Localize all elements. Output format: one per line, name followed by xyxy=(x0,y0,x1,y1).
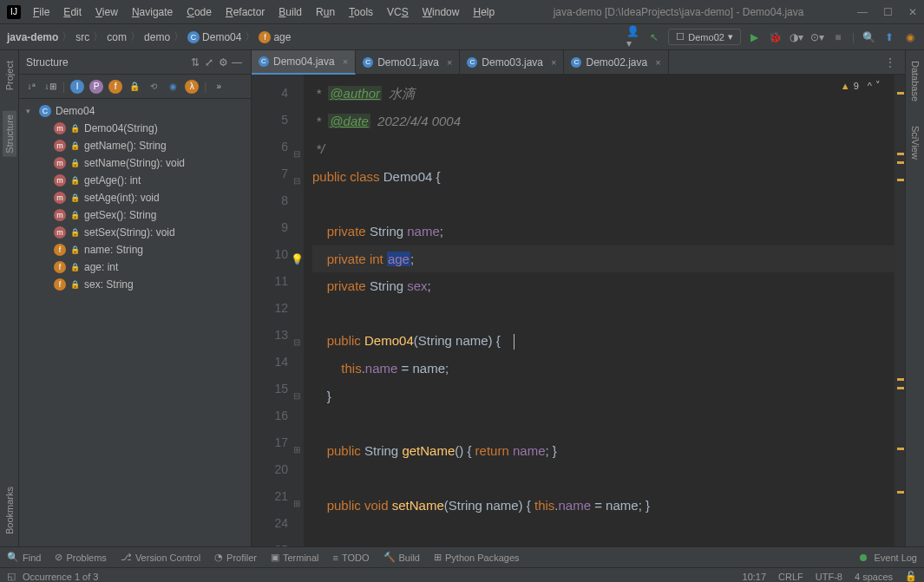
maximize-icon[interactable]: ☐ xyxy=(883,6,893,18)
filter-lock-icon[interactable]: 🔒 xyxy=(128,80,141,94)
tree-member[interactable]: f🔒age: int xyxy=(19,258,251,276)
sidetab-structure[interactable]: Structure xyxy=(3,111,16,157)
editor-tab[interactable]: CDemo03.java× xyxy=(460,50,564,75)
hammer-icon[interactable]: ↖ xyxy=(647,30,661,44)
tree-member[interactable]: m🔒getName(): String xyxy=(19,137,251,154)
fold-icon[interactable]: ⊟ xyxy=(293,167,300,194)
fold-icon[interactable]: ⊟ xyxy=(293,329,300,356)
profile-icon[interactable]: ⊙▾ xyxy=(810,30,824,44)
tree-member[interactable]: f🔒sex: String xyxy=(19,276,251,293)
filter-fields-icon[interactable]: f xyxy=(108,80,122,94)
tree-member[interactable]: m🔒getAge(): int xyxy=(19,172,251,189)
status-window-icon[interactable]: ◱ xyxy=(7,571,16,582)
tool-eventlog[interactable]: Event Log xyxy=(860,553,917,563)
editor-tab[interactable]: CDemo01.java× xyxy=(356,50,460,75)
menu-tools[interactable]: Tools xyxy=(344,4,378,20)
settings-icon[interactable]: ⚙ xyxy=(216,56,230,69)
sidetab-project[interactable]: Project xyxy=(3,57,16,94)
tool-profiler[interactable]: ◔ Profiler xyxy=(214,552,257,563)
inspection-indicator[interactable]: ▲9 ^˅ xyxy=(841,80,881,91)
tree-member[interactable]: m🔒Demo04(String) xyxy=(19,120,251,137)
tool-todo[interactable]: ≡ TODO xyxy=(333,553,370,563)
menu-help[interactable]: Help xyxy=(468,4,500,20)
fold-icon[interactable]: ⊟ xyxy=(293,544,300,546)
menu-navigate[interactable]: Navigate xyxy=(127,4,178,20)
bc-demo[interactable]: demo xyxy=(144,31,170,43)
status-caret-pos[interactable]: 10:17 xyxy=(743,572,767,582)
sort-visibility-icon[interactable]: ↓⊞ xyxy=(43,80,57,94)
run-icon[interactable]: ▶ xyxy=(748,30,762,44)
stop-icon[interactable]: ■ xyxy=(831,30,845,44)
menu-vcs[interactable]: VCS xyxy=(382,4,414,20)
tool-python[interactable]: ⊞ Python Packages xyxy=(434,552,520,563)
close-icon[interactable]: ✕ xyxy=(908,6,917,18)
coverage-icon[interactable]: ◑▾ xyxy=(790,30,803,44)
menu-view[interactable]: View xyxy=(90,4,123,20)
java-class-icon: C xyxy=(363,57,373,68)
ide-icon[interactable]: ◉ xyxy=(903,30,917,44)
filter-props-icon[interactable]: P xyxy=(89,80,103,94)
tab-close-icon[interactable]: × xyxy=(343,56,348,67)
bc-project[interactable]: java-demo xyxy=(7,31,58,43)
sidetab-bookmarks[interactable]: Bookmarks xyxy=(3,483,16,538)
tab-close-icon[interactable]: × xyxy=(551,57,556,68)
sort-icon[interactable]: ↓ᵃ xyxy=(24,80,38,94)
menu-refactor[interactable]: Refactor xyxy=(220,4,270,20)
filter-classes-icon[interactable]: I xyxy=(70,80,84,94)
filter-inherited-icon[interactable]: ⟲ xyxy=(147,80,161,94)
fold-icon[interactable]: ⊟ xyxy=(293,141,300,167)
filter-anon-icon[interactable]: ◉ xyxy=(166,80,180,94)
menu-file[interactable]: File xyxy=(28,4,55,20)
tool-vcs[interactable]: ⎇ Version Control xyxy=(121,552,200,563)
menu-window[interactable]: Window xyxy=(417,4,465,20)
tool-build[interactable]: 🔨 Build xyxy=(383,552,420,563)
method-icon: m xyxy=(54,157,66,169)
menu-build[interactable]: Build xyxy=(273,4,307,20)
tree-member[interactable]: m🔒setSex(String): void xyxy=(19,224,251,241)
status-encoding[interactable]: UTF-8 xyxy=(816,572,842,582)
update-icon[interactable]: ⬆ xyxy=(882,30,896,44)
menu-code[interactable]: Code xyxy=(181,4,217,20)
tree-member[interactable]: m🔒getSex(): String xyxy=(19,206,251,224)
search-icon[interactable]: 🔍 xyxy=(862,30,875,44)
status-line-sep[interactable]: CRLF xyxy=(778,572,803,582)
sidetab-database[interactable]: Database xyxy=(908,57,922,105)
tool-problems[interactable]: ⊘ Problems xyxy=(55,552,106,563)
bc-class[interactable]: CDemo04 xyxy=(187,31,241,43)
fold-expand-icon[interactable]: ⊞ xyxy=(293,490,300,517)
editor-tab[interactable]: CDemo02.java× xyxy=(564,50,668,75)
expand-icon[interactable]: ⇅ xyxy=(188,56,202,69)
user-icon[interactable]: 👤▾ xyxy=(626,30,640,44)
status-indent[interactable]: 4 spaces xyxy=(855,572,893,582)
tab-close-icon[interactable]: × xyxy=(655,57,660,68)
tree-member[interactable]: m🔒setAge(int): void xyxy=(19,189,251,206)
more-tabs-icon[interactable]: ⋮ xyxy=(875,56,905,69)
tool-terminal[interactable]: ▣ Terminal xyxy=(271,552,319,563)
minimize-icon[interactable]: — xyxy=(857,6,868,18)
debug-icon[interactable]: 🐞 xyxy=(769,30,783,44)
tab-close-icon[interactable]: × xyxy=(447,57,452,68)
run-config-select[interactable]: ☐ Demo02 ▾ xyxy=(668,29,741,45)
title-bar: IJ File Edit View Navigate Code Refactor… xyxy=(0,0,924,24)
bc-src[interactable]: src xyxy=(75,31,89,43)
tool-find[interactable]: 🔍 Find xyxy=(7,552,41,563)
editor-tab[interactable]: CDemo04.java× xyxy=(252,50,356,75)
collapse-icon[interactable]: ⤢ xyxy=(202,56,216,69)
intention-bulb-icon[interactable]: 💡 xyxy=(291,246,304,273)
tree-member[interactable]: m🔒setName(String): void xyxy=(19,154,251,172)
code-editor[interactable]: * @author 水滴 * @date 2022/4/4 0004 */ pu… xyxy=(304,75,905,546)
sidetab-sciview[interactable]: SciView xyxy=(908,122,922,163)
error-stripe[interactable] xyxy=(895,75,905,546)
status-readonly-icon[interactable]: 🔓 xyxy=(905,571,917,582)
tree-member[interactable]: f🔒name: String xyxy=(19,241,251,258)
more-icon[interactable]: » xyxy=(212,80,226,94)
menu-edit[interactable]: Edit xyxy=(58,4,87,20)
hide-icon[interactable]: — xyxy=(230,56,244,69)
bc-member[interactable]: fage xyxy=(259,31,291,43)
fold-icon[interactable]: ⊟ xyxy=(293,383,300,409)
filter-lambda-icon[interactable]: λ xyxy=(185,80,199,94)
tree-root[interactable]: ▾CDemo04 xyxy=(19,102,251,120)
menu-run[interactable]: Run xyxy=(311,4,340,20)
fold-expand-icon[interactable]: ⊞ xyxy=(293,436,300,463)
bc-com[interactable]: com xyxy=(107,31,127,43)
